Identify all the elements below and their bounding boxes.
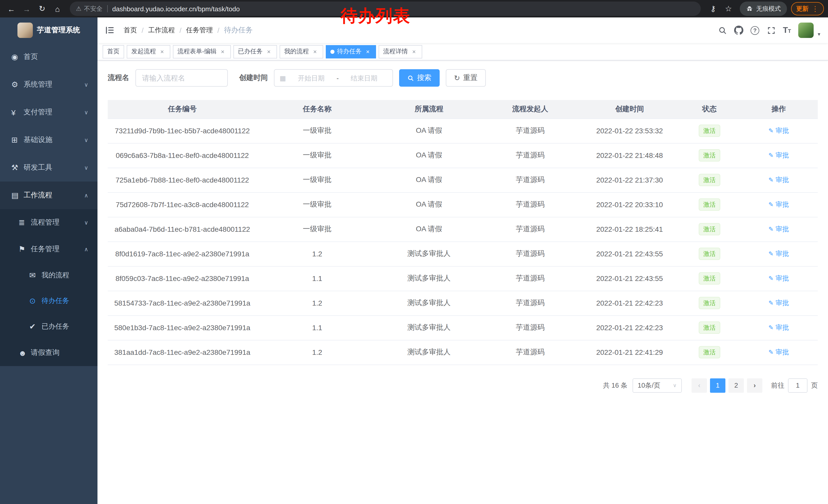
next-page-button[interactable]: › (747, 378, 762, 393)
create-time-cell: 2022-01-21 22:41:29 (580, 340, 679, 365)
sidebar-item-payment[interactable]: ¥ 支付管理 ∨ (0, 98, 97, 126)
sidebar-item-system[interactable]: ⚙ 系统管理 ∨ (0, 71, 97, 98)
breadcrumb-home[interactable]: 首页 (124, 26, 137, 35)
table-row: 75d72608-7b7f-11ec-a3c8-acde48001122 一级审… (108, 192, 818, 217)
approve-link[interactable]: ✎审批 (769, 348, 789, 357)
browser-back-button[interactable]: ← (4, 2, 18, 16)
browser-forward-button[interactable]: → (19, 2, 34, 16)
approve-link[interactable]: ✎审批 (769, 225, 789, 234)
page-1-button[interactable]: 1 (710, 378, 726, 393)
status-cell: 激活 (679, 217, 740, 241)
approve-link[interactable]: ✎审批 (769, 323, 789, 332)
edit-icon: ✎ (769, 349, 774, 356)
initiator-cell: 芋道源码 (481, 143, 580, 168)
sidebar-item-todo-tasks[interactable]: ⊙ 待办任务 (0, 288, 97, 314)
font-size-icon[interactable]: TT (783, 26, 791, 34)
sidebar-item-devtools[interactable]: ⚒ 研发工具 ∨ (0, 154, 97, 182)
incognito-badge: 无痕模式 (740, 2, 787, 16)
tab-home[interactable]: 首页 (102, 45, 124, 58)
key-icon[interactable]: ⚷ (706, 2, 720, 16)
status-cell: 激活 (679, 315, 740, 340)
sidebar-item-done-tasks[interactable]: ✔ 已办任务 (0, 314, 97, 339)
sidebar-item-label: 流程管理 (31, 218, 84, 227)
github-icon[interactable] (734, 26, 743, 35)
process-name-input[interactable] (135, 69, 228, 87)
reset-button[interactable]: ↻ 重置 (446, 69, 486, 87)
tab-start-process[interactable]: 发起流程 × (127, 45, 170, 58)
close-icon[interactable]: × (265, 48, 273, 55)
page-2-button[interactable]: 2 (729, 378, 744, 393)
task-id-cell: 725a1eb6-7b88-11ec-8ef0-acde48001122 (108, 168, 257, 192)
monitor-icon: ⊞ (11, 135, 24, 145)
prev-page-button[interactable]: ‹ (692, 378, 707, 393)
sidebar-item-infrastructure[interactable]: ⊞ 基础设施 ∨ (0, 126, 97, 154)
help-icon[interactable]: ? (750, 26, 759, 35)
breadcrumb-current: 待办任务 (224, 26, 253, 35)
sidebar-toggle[interactable] (105, 25, 115, 35)
tab-process-detail[interactable]: 流程详情 × (379, 45, 422, 58)
approve-link[interactable]: ✎审批 (769, 249, 789, 259)
gear-icon: ⚙ (11, 80, 24, 89)
bookmark-star-icon[interactable]: ☆ (721, 2, 736, 16)
approve-link[interactable]: ✎审批 (769, 299, 789, 308)
incognito-label: 无痕模式 (756, 4, 781, 13)
pagination: 共 16 条 10条/页 ∨ ‹ 1 2 › 前往 页 (108, 378, 818, 393)
sidebar-item-label: 首页 (24, 52, 88, 61)
flag-icon: ⚑ (18, 244, 31, 254)
approve-link[interactable]: ✎审批 (769, 175, 789, 185)
sidebar-item-my-process[interactable]: ✉ 我的流程 (0, 263, 97, 288)
browser-reload-button[interactable]: ↻ (35, 2, 49, 16)
fullscreen-icon[interactable] (767, 26, 776, 35)
sidebar-item-task-mgmt[interactable]: ⚑ 任务管理 ∧ (0, 236, 97, 263)
url-bar[interactable]: ⚠ 不安全 dashboard.yudao.iocoder.cn/bpm/tas… (70, 2, 701, 16)
approve-link[interactable]: ✎审批 (769, 126, 789, 135)
app-logo[interactable]: 芋道管理系统 (0, 17, 97, 43)
approve-link[interactable]: ✎审批 (769, 274, 789, 283)
sidebar-item-workflow[interactable]: ▤ 工作流程 ∧ (0, 182, 97, 209)
end-date-input[interactable] (341, 74, 387, 82)
status-badge: 激活 (699, 346, 720, 358)
tab-my-process[interactable]: 我的流程 × (280, 45, 323, 58)
close-icon[interactable]: × (364, 48, 371, 55)
user-avatar[interactable] (798, 22, 814, 38)
close-icon[interactable]: × (410, 48, 418, 55)
breadcrumb-task-mgmt[interactable]: 任务管理 (186, 26, 213, 35)
page-size-select[interactable]: 10条/页 ∨ (632, 378, 682, 393)
sidebar-item-leave-query[interactable]: ☻ 请假查询 (0, 339, 97, 366)
avatar-dropdown-icon[interactable]: ▾ (818, 31, 820, 38)
browser-home-button[interactable]: ⌂ (50, 2, 65, 16)
browser-menu-icon[interactable]: ⋮ (812, 5, 819, 13)
sidebar-item-home[interactable]: ◉ 首页 (0, 43, 97, 71)
dashboard-icon: ◉ (11, 52, 24, 61)
tab-form-editor[interactable]: 流程表单-编辑 × (173, 45, 231, 58)
col-task-name: 任务名称 (257, 100, 378, 119)
goto-label: 前往 (771, 381, 784, 390)
sidebar: 芋道管理系统 ◉ 首页 ⚙ 系统管理 ∨ ¥ 支付管理 ∨ ⊞ (0, 17, 97, 504)
status-cell: 激活 (679, 291, 740, 315)
close-icon[interactable]: × (219, 48, 226, 55)
task-name-cell: 一级审批 (257, 168, 378, 192)
approve-link[interactable]: ✎审批 (769, 151, 789, 160)
approve-link[interactable]: ✎审批 (769, 200, 789, 209)
update-button[interactable]: 更新 ⋮ (791, 2, 824, 15)
col-create-time: 创建时间 (580, 100, 679, 119)
sidebar-item-process-mgmt[interactable]: ≣ 流程管理 ∨ (0, 209, 97, 236)
search-icon[interactable] (718, 26, 727, 35)
process-cell: 测试多审批人 (378, 241, 481, 266)
search-button[interactable]: 搜索 (399, 69, 440, 87)
tab-done-tasks[interactable]: 已办任务 × (234, 45, 277, 58)
tab-todo-tasks[interactable]: 待办任务 × (326, 45, 376, 58)
check-icon: ✔ (29, 322, 42, 331)
status-badge: 激活 (699, 174, 720, 186)
task-name-cell: 一级审批 (257, 143, 378, 168)
tab-label: 流程表单-编辑 (177, 47, 216, 56)
breadcrumb-workflow[interactable]: 工作流程 (148, 26, 175, 35)
close-icon[interactable]: × (312, 48, 319, 55)
start-date-input[interactable] (288, 74, 334, 82)
edit-icon: ✎ (769, 152, 774, 159)
close-icon[interactable]: × (159, 48, 166, 55)
goto-page-input[interactable] (788, 378, 808, 393)
date-range-picker[interactable]: ▦ - (274, 69, 393, 87)
process-cell: OA 请假 (378, 192, 481, 217)
action-cell: ✎审批 (740, 119, 818, 143)
